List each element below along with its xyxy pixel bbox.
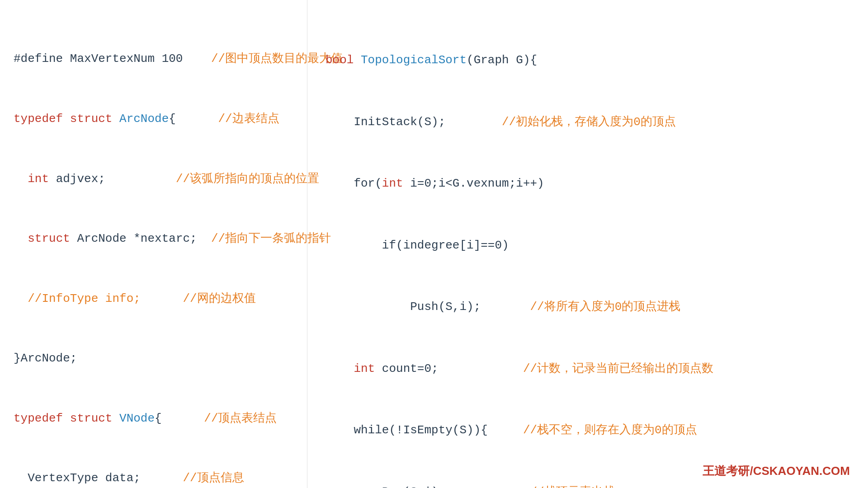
code-line-3: int adjvex; //该弧所指向的顶点的位置 <box>14 169 293 189</box>
watermark: 王道考研/CSKAOYAN.COM <box>703 463 850 479</box>
rline-8: Pop(S,i); //栈顶元素出栈 <box>326 482 850 488</box>
code-line-6: }ArcNode; <box>14 348 293 368</box>
rline-3: for(int i=0;i<G.vexnum;i++) <box>326 174 850 194</box>
left-panel: #define MaxVertexNum 100 //图中顶点数目的最大值 ty… <box>0 0 307 488</box>
code-line-5: //InfoType info; //网的边权值 <box>14 289 293 309</box>
rline-7: while(!IsEmpty(S)){ //栈不空，则存在入度为0的顶点 <box>326 420 850 441</box>
rline-1: bool TopologicalSort(Graph G){ <box>326 50 850 71</box>
left-code: #define MaxVertexNum 100 //图中顶点数目的最大值 ty… <box>14 9 293 488</box>
rline-5: Push(S,i); //将所有入度为0的顶点进栈 <box>326 297 850 318</box>
rline-2: InitStack(S); //初始化栈，存储入度为0的顶点 <box>326 112 850 133</box>
right-code: bool TopologicalSort(Graph G){ InitStack… <box>326 9 850 488</box>
rline-4: if(indegree[i]==0) <box>326 235 850 256</box>
code-line-2: typedef struct ArcNode{ //边表结点 <box>14 109 293 129</box>
code-line-1: #define MaxVertexNum 100 //图中顶点数目的最大值 <box>14 49 293 69</box>
code-line-8: VertexType data; //顶点信息 <box>14 468 293 488</box>
code-line-7: typedef struct VNode{ //顶点表结点 <box>14 408 293 428</box>
define-keyword: #define <box>14 52 70 66</box>
right-panel: bool TopologicalSort(Graph G){ InitStack… <box>307 0 868 488</box>
code-line-4: struct ArcNode *nextarc; //指向下一条弧的指针 <box>14 229 293 249</box>
rline-6: int count=0; //计数，记录当前已经输出的顶点数 <box>326 359 850 380</box>
